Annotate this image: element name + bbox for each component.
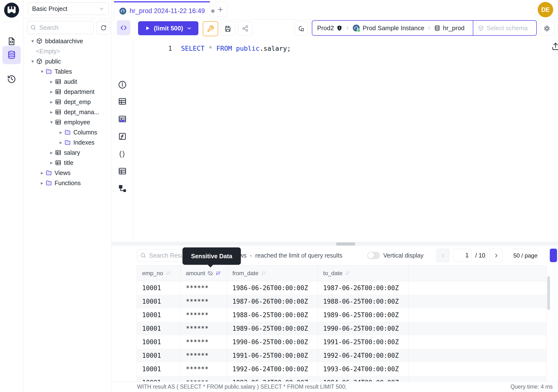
- caret-right-icon[interactable]: ▸: [48, 109, 55, 115]
- select-schema[interactable]: Select schema: [473, 21, 536, 35]
- table-row[interactable]: 10001******1991-06-25T00:00:00Z1992-06-2…: [137, 349, 547, 362]
- caret-right-icon[interactable]: ▸: [48, 89, 55, 95]
- cell[interactable]: [409, 295, 547, 308]
- tree-item-functions[interactable]: ▸Functions: [23, 178, 112, 188]
- caret-right-icon[interactable]: ▸: [48, 99, 55, 105]
- sidebar-search-input[interactable]: [39, 24, 90, 31]
- cell[interactable]: 10001: [137, 281, 181, 295]
- cell[interactable]: 1993-06-24T00:00:00Z: [227, 376, 318, 381]
- schema-diagram-panel-button[interactable]: [118, 184, 127, 193]
- code-line-content[interactable]: SELECT * FROM public.salary;: [181, 43, 291, 54]
- tree-item-title[interactable]: ▸title: [23, 158, 112, 168]
- active-tab[interactable]: hr_prod 2024-11-22 16:49: [114, 1, 210, 19]
- caret-down-icon[interactable]: ▾: [48, 119, 55, 125]
- caret-right-icon[interactable]: ▸: [39, 180, 45, 186]
- cell[interactable]: [409, 362, 547, 376]
- cell[interactable]: 10001: [137, 295, 181, 308]
- column-header-amount[interactable]: amount: [181, 266, 227, 281]
- page-size-select[interactable]: 50 / page: [513, 249, 538, 262]
- caret-right-icon[interactable]: ▸: [48, 160, 55, 166]
- column-header-from_date[interactable]: from_date: [227, 266, 318, 281]
- bytebase-logo-icon[interactable]: [4, 3, 19, 18]
- tables-panel-button[interactable]: [118, 97, 127, 106]
- column-header-to_date[interactable]: to_date: [318, 266, 409, 281]
- caret-right-icon[interactable]: ▸: [57, 129, 64, 135]
- caret-down-icon[interactable]: ▾: [29, 58, 36, 64]
- export-button[interactable]: [550, 249, 557, 262]
- cell[interactable]: [409, 322, 547, 335]
- cell[interactable]: 1992-06-24T00:00:00Z: [318, 349, 409, 362]
- grid-scrollbar[interactable]: [547, 276, 550, 380]
- table-row[interactable]: 10001******1989-06-25T00:00:00Z1990-06-2…: [137, 322, 547, 335]
- tree-item-empty[interactable]: <Empty>: [23, 46, 112, 56]
- project-select[interactable]: Basic Project: [28, 2, 109, 15]
- cell[interactable]: 1990-06-25T00:00:00Z: [227, 335, 318, 349]
- sort-icon[interactable]: [165, 270, 171, 276]
- connection-breadcrumb[interactable]: Prod2 Prod Sample Instance: [312, 20, 537, 36]
- cell[interactable]: 10001: [137, 362, 181, 376]
- table-row[interactable]: 10001******1990-06-25T00:00:00Z1991-06-2…: [137, 335, 547, 349]
- tree-item-bbdataarchive[interactable]: ▾bbdataarchive: [23, 36, 112, 46]
- cell[interactable]: 1992-06-24T00:00:00Z: [227, 362, 318, 376]
- cell[interactable]: 10001: [137, 376, 181, 381]
- table-row[interactable]: 10001******1988-06-25T00:00:00Z1989-06-2…: [137, 308, 547, 322]
- cell[interactable]: 1990-06-25T00:00:00Z: [318, 322, 409, 335]
- tree-item-dept-emp[interactable]: ▸dept_emp: [23, 97, 112, 107]
- table-row[interactable]: 10001******1986-06-26T00:00:00Z1987-06-2…: [137, 281, 547, 295]
- tree-item-tables[interactable]: ▾Tables: [23, 66, 112, 77]
- cell[interactable]: 1989-06-25T00:00:00Z: [318, 308, 409, 322]
- refresh-button[interactable]: [96, 21, 110, 35]
- cell[interactable]: 1988-06-25T00:00:00Z: [227, 308, 318, 322]
- cell[interactable]: ******: [181, 281, 227, 295]
- cell[interactable]: [409, 335, 547, 349]
- cell[interactable]: ******: [181, 322, 227, 335]
- views-panel-button[interactable]: [118, 166, 127, 176]
- cell[interactable]: 1991-06-25T00:00:00Z: [318, 335, 409, 349]
- batch-query-button[interactable]: [295, 21, 308, 36]
- cell[interactable]: 1993-06-24T00:00:00Z: [318, 362, 409, 376]
- admin-mode-button[interactable]: [203, 21, 218, 36]
- tree-item-employee[interactable]: ▾employee: [23, 117, 112, 127]
- cell[interactable]: 1988-06-25T00:00:00Z: [318, 295, 409, 308]
- cell[interactable]: [409, 376, 547, 381]
- cell[interactable]: ******: [181, 295, 227, 308]
- tree-item-columns[interactable]: ▸Columns: [23, 127, 112, 137]
- masked-tables-panel-button[interactable]: [118, 114, 127, 124]
- history-button[interactable]: [2, 70, 21, 88]
- new-tab-button[interactable]: +: [213, 2, 227, 17]
- cell[interactable]: ******: [181, 376, 227, 381]
- chevron-down-icon[interactable]: [186, 25, 192, 31]
- caret-down-icon[interactable]: ▾: [29, 38, 36, 44]
- tree-item-views[interactable]: ▸Views: [23, 168, 112, 178]
- user-avatar[interactable]: DE: [538, 2, 553, 17]
- caret-right-icon[interactable]: ▸: [48, 150, 55, 156]
- cell[interactable]: 10001: [137, 349, 181, 362]
- tree-item-public[interactable]: ▾public: [23, 56, 112, 66]
- cell[interactable]: 10001: [137, 308, 181, 322]
- caret-right-icon[interactable]: ▸: [39, 170, 45, 176]
- share-button[interactable]: [238, 21, 253, 36]
- cell[interactable]: ******: [181, 335, 227, 349]
- tree-item-audit[interactable]: ▸audit: [23, 77, 112, 87]
- vertical-display-toggle[interactable]: [367, 252, 380, 259]
- sort-icon[interactable]: [345, 270, 350, 276]
- cell[interactable]: 1986-06-26T00:00:00Z: [227, 281, 318, 295]
- cell[interactable]: ******: [181, 349, 227, 362]
- table-row[interactable]: 10001******1993-06-24T00:00:00Z1994-06-2…: [137, 376, 547, 381]
- page-input[interactable]: [453, 249, 472, 262]
- sort-icon[interactable]: [215, 270, 221, 276]
- cell[interactable]: 1991-06-25T00:00:00Z: [227, 349, 318, 362]
- panel-divider[interactable]: [112, 242, 558, 245]
- info-panel-button[interactable]: [118, 80, 127, 89]
- cell[interactable]: [409, 281, 547, 295]
- cell[interactable]: ******: [181, 362, 227, 376]
- cell[interactable]: 1994-06-24T00:00:00Z: [318, 376, 409, 381]
- column-header-emp_no[interactable]: emp_no: [137, 266, 181, 281]
- functions-panel-button[interactable]: [118, 132, 127, 141]
- grid-scrollbar-thumb[interactable]: [547, 276, 550, 310]
- cell[interactable]: 1989-06-25T00:00:00Z: [227, 322, 318, 335]
- databases-button[interactable]: [2, 46, 21, 64]
- table-row[interactable]: 10001******1992-06-24T00:00:00Z1993-06-2…: [137, 362, 547, 376]
- sql-editor-toggle-button[interactable]: [117, 20, 130, 35]
- caret-down-icon[interactable]: ▾: [39, 69, 45, 74]
